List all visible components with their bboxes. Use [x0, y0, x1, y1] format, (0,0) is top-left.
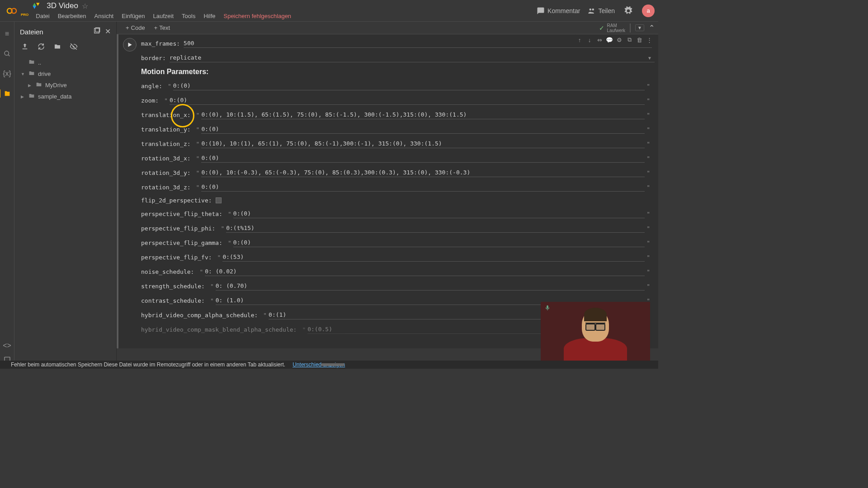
folder-icon	[35, 81, 42, 89]
zoom-label: zoom:	[141, 97, 159, 104]
rotation-3d-y-input[interactable]	[201, 168, 645, 177]
translation-z-label: translation_z:	[141, 141, 191, 147]
menu-ansicht[interactable]: Ansicht	[91, 12, 118, 20]
app-header: PRO 3D Video ☆ Datei Bearbeiten Ansicht …	[0, 0, 658, 22]
tree-sampledata[interactable]: ▶ sample_data	[14, 91, 116, 102]
persp-fv-label: perspective_flip_fv:	[141, 254, 212, 261]
svg-point-3	[592, 8, 594, 10]
hybrid-mask-label: hybrid_video_comp_mask_blend_alpha_sched…	[141, 326, 297, 333]
mirror-icon[interactable]: ⧉	[625, 35, 634, 44]
hide-icon[interactable]	[70, 42, 78, 52]
file-tree: .. ▼ drive ▶ MyDrive ▶ sample_data	[14, 57, 116, 102]
persp-gamma-input[interactable]	[233, 238, 645, 247]
avatar[interactable]: a	[642, 5, 655, 17]
share-button[interactable]: Teilen	[587, 7, 615, 15]
rotation-3d-y-label: rotation_3d_y:	[141, 169, 191, 176]
caret-down-icon[interactable]: ▼	[21, 72, 25, 76]
rotation-3d-x-label: rotation_3d_x:	[141, 155, 191, 162]
runtime-status[interactable]: ✓ RAM Laufwerk	[599, 23, 631, 33]
menu-tools[interactable]: Tools	[178, 12, 199, 20]
ram-label: RAM	[607, 23, 626, 28]
zoom-input[interactable]	[170, 96, 645, 105]
cell-actions: ↑ ↓ ⇔ 💬 ⚙ ⧉ 🗑 ⋮	[574, 34, 655, 45]
noise-label: noise_schedule:	[141, 268, 194, 275]
menu-bar: Datei Bearbeiten Ansicht Einfügen Laufze…	[32, 12, 537, 20]
comment-button[interactable]: Kommentar	[537, 7, 580, 15]
rotation-3d-z-label: rotation_3d_z:	[141, 184, 191, 191]
translation-y-label: translation_y:	[141, 126, 191, 133]
folder-icon	[28, 92, 35, 101]
translation-y-input[interactable]	[201, 125, 645, 134]
svg-rect-9	[547, 305, 548, 309]
link-icon[interactable]: ⇔	[595, 35, 604, 44]
notif-text: Fehler beim automatischen Speichern Dies…	[11, 361, 285, 368]
more-icon[interactable]: ⋮	[645, 35, 654, 44]
upload-icon[interactable]	[21, 42, 29, 52]
star-icon[interactable]: ☆	[82, 2, 88, 10]
noise-input[interactable]	[205, 267, 645, 276]
menu-laufzeit[interactable]: Laufzeit	[150, 12, 178, 20]
persp-phi-input[interactable]	[226, 224, 645, 233]
scrollbar-thumb[interactable]	[321, 363, 344, 366]
files-panel: Dateien ✕ .. ▼ drive ▶ MyDrive ▶	[14, 22, 117, 369]
rotation-3d-z-input[interactable]	[201, 183, 645, 192]
svg-point-2	[590, 8, 592, 10]
tree-drive[interactable]: ▼ drive	[14, 68, 116, 80]
persp-fv-input[interactable]	[222, 253, 645, 262]
drive-icon	[32, 2, 40, 10]
menu-icon[interactable]: ≡	[3, 30, 11, 38]
settings-icon[interactable]: ⚙	[615, 35, 624, 44]
move-down-icon[interactable]: ↓	[585, 35, 594, 44]
variables-icon[interactable]: {x}	[3, 70, 11, 78]
strength-label: strength_schedule:	[141, 283, 205, 290]
check-icon: ✓	[599, 24, 604, 32]
flip-2d-checkbox[interactable]	[216, 197, 222, 203]
menu-datei[interactable]: Datei	[32, 12, 53, 20]
run-cell-button[interactable]	[123, 38, 137, 52]
close-panel-icon[interactable]: ✕	[105, 27, 111, 36]
caret-right-icon[interactable]: ▶	[21, 94, 25, 99]
delete-icon[interactable]: 🗑	[635, 35, 644, 44]
menu-bearbeiten[interactable]: Bearbeiten	[54, 12, 90, 20]
collapse-toolbar-icon[interactable]: ⌃	[649, 23, 655, 32]
folder-icon	[28, 70, 35, 78]
tree-parent[interactable]: ..	[14, 57, 116, 68]
translation-z-input[interactable]	[201, 139, 645, 148]
search-icon[interactable]	[3, 50, 11, 58]
refresh-icon[interactable]	[37, 42, 45, 52]
comment-icon[interactable]: 💬	[605, 35, 614, 44]
add-text-button[interactable]: + Text	[150, 23, 175, 32]
webcam-overlay	[541, 302, 650, 364]
colab-logo[interactable]	[4, 3, 20, 19]
autosave-error-bar: Fehler beim automatischen Speichern Dies…	[0, 361, 658, 369]
mic-icon	[544, 305, 551, 311]
move-up-icon[interactable]: ↑	[575, 35, 584, 44]
new-window-icon[interactable]	[93, 27, 100, 36]
add-code-button[interactable]: + Code	[121, 23, 150, 32]
mount-drive-icon[interactable]	[53, 42, 61, 52]
files-icon[interactable]	[0, 89, 14, 98]
contrast-label: contrast_schedule:	[141, 297, 205, 304]
angle-input[interactable]	[173, 81, 645, 90]
strength-input[interactable]	[216, 282, 645, 291]
translation-x-input[interactable]	[201, 110, 645, 119]
runtime-dropdown[interactable]: ▼	[635, 24, 644, 31]
border-label: border:	[141, 55, 166, 61]
tree-label: drive	[38, 70, 51, 77]
svg-rect-7	[94, 28, 99, 33]
border-select[interactable]	[170, 53, 655, 62]
folder-icon	[28, 58, 35, 67]
code-snippets-icon[interactable]: <>	[3, 342, 11, 350]
rotation-3d-x-input[interactable]	[201, 154, 645, 163]
settings-button[interactable]	[622, 5, 635, 17]
persp-theta-input[interactable]	[233, 209, 645, 218]
menu-hilfe[interactable]: Hilfe	[200, 12, 219, 20]
menu-einfuegen[interactable]: Einfügen	[118, 12, 148, 20]
caret-right-icon[interactable]: ▶	[28, 83, 33, 88]
svg-line-5	[8, 55, 9, 56]
files-toolbar	[14, 40, 116, 57]
tree-mydrive[interactable]: ▶ MyDrive	[14, 80, 116, 91]
comment-label: Kommentar	[547, 7, 580, 14]
translation-x-label: translation_x:	[141, 112, 191, 118]
doc-title[interactable]: 3D Video	[47, 1, 78, 10]
